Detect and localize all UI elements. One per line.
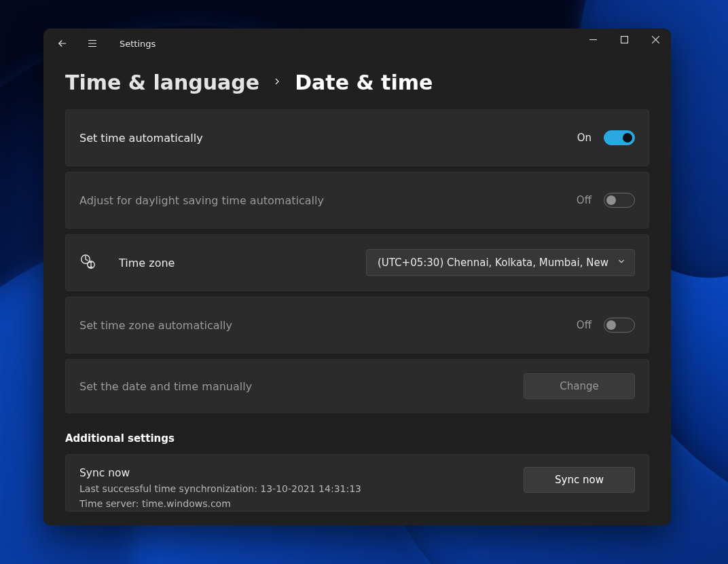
window-maximize-button[interactable] xyxy=(608,29,640,50)
window-close-button[interactable] xyxy=(640,29,671,50)
svg-rect-0 xyxy=(621,36,627,43)
hamburger-menu-icon[interactable] xyxy=(77,29,107,58)
row-set-time-automatically: Set time automatically On xyxy=(65,109,649,166)
toggle-state-label: Off xyxy=(577,194,592,206)
time-zone-dropdown[interactable]: (UTC+05:30) Chennai, Kolkata, Mumbai, Ne… xyxy=(366,249,635,276)
change-button[interactable]: Change xyxy=(524,373,635,399)
globe-clock-icon xyxy=(79,253,96,272)
row-label: Set the date and time manually xyxy=(79,380,252,393)
settings-window: Settings Time & language Date & time xyxy=(43,29,671,525)
section-heading-additional: Additional settings xyxy=(65,432,649,445)
window-minimize-button[interactable] xyxy=(577,29,608,50)
dropdown-value: (UTC+05:30) Chennai, Kolkata, Mumbai, Ne… xyxy=(378,257,608,269)
chevron-down-icon xyxy=(617,257,626,269)
breadcrumb-parent[interactable]: Time & language xyxy=(65,71,259,94)
row-label: Time zone xyxy=(119,257,175,269)
row-label: Adjust for daylight saving time automati… xyxy=(79,194,324,207)
sync-now-button[interactable]: Sync now xyxy=(524,467,635,493)
row-time-zone: Time zone (UTC+05:30) Chennai, Kolkata, … xyxy=(65,234,649,291)
window-title: Settings xyxy=(120,39,156,49)
row-label: Set time zone automatically xyxy=(79,319,232,332)
row-label: Set time automatically xyxy=(79,132,203,145)
toggle-adjust-dst[interactable] xyxy=(604,193,635,208)
page-title: Date & time xyxy=(295,71,433,94)
row-adjust-dst: Adjust for daylight saving time automati… xyxy=(65,172,649,229)
row-set-manually: Set the date and time manually Change xyxy=(65,359,649,413)
toggle-set-time-zone-automatically[interactable] xyxy=(604,318,635,333)
toggle-set-time-automatically[interactable] xyxy=(604,130,635,145)
row-set-time-zone-automatically: Set time zone automatically Off xyxy=(65,297,649,354)
titlebar: Settings xyxy=(43,29,671,58)
back-button[interactable] xyxy=(48,29,77,58)
sync-last-sync: Last successful time synchronization: 13… xyxy=(79,482,361,497)
sync-server: Time server: time.windows.com xyxy=(79,497,361,512)
breadcrumb: Time & language Date & time xyxy=(65,71,649,94)
toggle-state-label: Off xyxy=(577,319,592,331)
sync-title: Sync now xyxy=(79,467,361,479)
toggle-state-label: On xyxy=(577,132,592,144)
row-sync-now: Sync now Last successful time synchroniz… xyxy=(65,454,649,512)
chevron-right-icon xyxy=(272,76,283,90)
